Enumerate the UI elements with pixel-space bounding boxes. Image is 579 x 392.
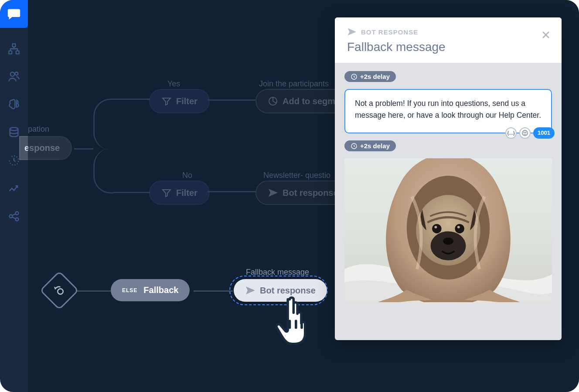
delay-text: +2s delay	[360, 73, 390, 80]
svg-point-13	[524, 132, 524, 133]
svg-point-21	[455, 224, 464, 233]
svg-point-8	[16, 218, 19, 221]
message-text: Not a problem! If you run into questions…	[355, 99, 541, 119]
response-panel: BOT RESPONSE Fallback message +2s delay …	[335, 17, 562, 340]
history-icon[interactable]	[7, 153, 21, 167]
message-input[interactable]: Not a problem! If you run into questions…	[344, 89, 552, 133]
emoji-icon	[521, 130, 528, 136]
svg-rect-1	[9, 51, 12, 54]
svg-point-22	[434, 226, 437, 228]
panel-kicker-text: BOT RESPONSE	[361, 28, 418, 36]
svg-point-7	[16, 212, 19, 215]
close-button[interactable]	[541, 30, 553, 42]
delay-chip-1[interactable]: +2s delay	[344, 71, 396, 82]
fallback-start-icon	[53, 284, 66, 297]
svg-point-6	[10, 215, 13, 218]
panel-header: BOT RESPONSE Fallback message	[335, 17, 562, 63]
svg-point-24	[443, 238, 453, 245]
delay-text: +2s delay	[360, 142, 390, 150]
analytics-icon[interactable]	[7, 181, 21, 195]
close-icon	[541, 30, 551, 40]
app-logo[interactable]	[0, 0, 28, 28]
integrations-icon[interactable]	[7, 209, 21, 223]
bot-response-node-selected[interactable]: Bot response	[234, 279, 327, 302]
svg-rect-2	[16, 51, 19, 54]
send-icon	[347, 27, 357, 37]
message-tools: {...} 1001	[505, 127, 555, 139]
panel-title: Fallback message	[347, 40, 549, 54]
panel-kicker: BOT RESPONSE	[347, 27, 549, 37]
image-response[interactable]	[344, 158, 552, 302]
contacts-icon[interactable]	[7, 70, 21, 84]
else-tag: ELSE	[122, 287, 137, 293]
char-counter: 1001	[533, 127, 555, 139]
pug-image	[344, 158, 552, 302]
delay-chip-2[interactable]: +2s delay	[344, 140, 396, 151]
fallback-node[interactable]: ELSE Fallback	[111, 279, 190, 301]
svg-point-23	[457, 226, 460, 228]
app-frame: pation esponse Yes Filter Join the parti…	[0, 0, 579, 392]
database-icon[interactable]	[7, 126, 21, 140]
variable-tool[interactable]: {...}	[505, 127, 517, 139]
svg-point-5	[10, 127, 18, 130]
emoji-tool[interactable]	[519, 127, 531, 139]
sidebar	[0, 0, 28, 392]
send-icon	[245, 285, 255, 296]
clock-icon	[351, 143, 358, 150]
brain-icon[interactable]	[7, 98, 21, 112]
svg-point-3	[10, 72, 14, 76]
selected-label: Bot response	[260, 286, 316, 296]
svg-point-10	[58, 289, 63, 294]
clock-icon	[351, 73, 358, 80]
svg-rect-0	[13, 44, 16, 47]
svg-point-12	[522, 130, 528, 136]
svg-point-20	[432, 224, 441, 233]
svg-point-4	[15, 72, 18, 75]
svg-point-14	[525, 132, 526, 133]
svg-point-19	[431, 232, 466, 261]
flow-icon[interactable]	[7, 42, 21, 56]
fallback-label: Fallback	[143, 285, 178, 295]
panel-body: +2s delay Not a problem! If you run into…	[335, 63, 562, 310]
